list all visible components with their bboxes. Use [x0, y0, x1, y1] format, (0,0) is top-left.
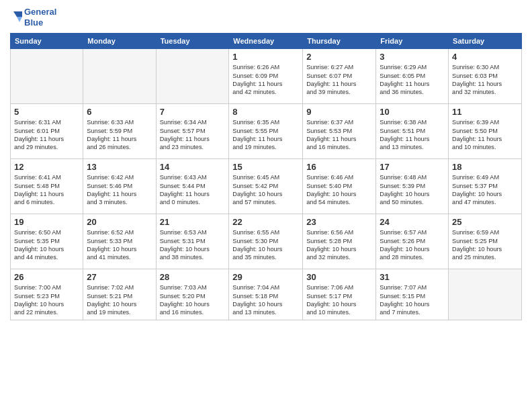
- day-info: Sunrise: 6:49 AM Sunset: 5:37 PM Dayligh…: [452, 173, 518, 207]
- day-info: Sunrise: 6:57 AM Sunset: 5:26 PM Dayligh…: [380, 228, 445, 262]
- calendar-cell: 7Sunrise: 6:34 AM Sunset: 5:57 PM Daylig…: [156, 104, 229, 159]
- calendar-cell: 28Sunrise: 7:03 AM Sunset: 5:20 PM Dayli…: [156, 269, 229, 320]
- day-number: 11: [452, 107, 518, 117]
- calendar-cell: 27Sunrise: 7:02 AM Sunset: 5:21 PM Dayli…: [83, 269, 156, 320]
- day-info: Sunrise: 6:50 AM Sunset: 5:35 PM Dayligh…: [14, 228, 79, 262]
- weekday-header: Sunday: [11, 34, 83, 49]
- calendar-cell: 9Sunrise: 6:37 AM Sunset: 5:53 PM Daylig…: [303, 104, 376, 159]
- calendar-cell: 1Sunrise: 6:26 AM Sunset: 6:09 PM Daylig…: [229, 49, 303, 104]
- day-number: 30: [306, 272, 372, 282]
- calendar-table: SundayMondayTuesdayWednesdayThursdayFrid…: [10, 33, 522, 320]
- day-info: Sunrise: 7:02 AM Sunset: 5:21 PM Dayligh…: [87, 283, 152, 317]
- day-number: 3: [380, 52, 445, 62]
- day-info: Sunrise: 6:41 AM Sunset: 5:48 PM Dayligh…: [14, 173, 79, 207]
- calendar-cell: [83, 49, 156, 104]
- calendar-cell: 17Sunrise: 6:48 AM Sunset: 5:39 PM Dayli…: [376, 159, 449, 214]
- header: General Blue: [10, 7, 522, 28]
- day-info: Sunrise: 6:55 AM Sunset: 5:30 PM Dayligh…: [232, 228, 299, 262]
- logo-bird-icon: [10, 9, 22, 26]
- day-info: Sunrise: 6:26 AM Sunset: 6:09 PM Dayligh…: [232, 63, 299, 97]
- day-number: 20: [87, 217, 152, 227]
- day-info: Sunrise: 6:45 AM Sunset: 5:42 PM Dayligh…: [232, 173, 299, 207]
- day-number: 22: [232, 217, 299, 227]
- calendar-cell: 25Sunrise: 6:59 AM Sunset: 5:25 PM Dayli…: [449, 214, 522, 269]
- weekday-header: Thursday: [303, 34, 376, 49]
- weekday-header: Monday: [83, 34, 156, 49]
- day-info: Sunrise: 7:07 AM Sunset: 5:15 PM Dayligh…: [380, 283, 445, 317]
- day-number: 17: [380, 162, 445, 172]
- day-info: Sunrise: 6:27 AM Sunset: 6:07 PM Dayligh…: [306, 63, 372, 97]
- day-info: Sunrise: 6:29 AM Sunset: 6:05 PM Dayligh…: [380, 63, 445, 97]
- calendar-cell: 10Sunrise: 6:38 AM Sunset: 5:51 PM Dayli…: [376, 104, 449, 159]
- day-number: 2: [306, 52, 372, 62]
- day-number: 21: [160, 217, 226, 227]
- day-info: Sunrise: 6:35 AM Sunset: 5:55 PM Dayligh…: [232, 118, 299, 152]
- day-number: 14: [160, 162, 226, 172]
- day-info: Sunrise: 6:46 AM Sunset: 5:40 PM Dayligh…: [306, 173, 372, 207]
- calendar-cell: 14Sunrise: 6:43 AM Sunset: 5:44 PM Dayli…: [156, 159, 229, 214]
- calendar-cell: 2Sunrise: 6:27 AM Sunset: 6:07 PM Daylig…: [303, 49, 376, 104]
- calendar-cell: 20Sunrise: 6:52 AM Sunset: 5:33 PM Dayli…: [83, 214, 156, 269]
- calendar-cell: 11Sunrise: 6:39 AM Sunset: 5:50 PM Dayli…: [449, 104, 522, 159]
- day-number: 29: [232, 272, 299, 282]
- calendar-cell: 5Sunrise: 6:31 AM Sunset: 6:01 PM Daylig…: [11, 104, 83, 159]
- calendar-cell: [11, 49, 83, 104]
- svg-marker-0: [13, 11, 22, 17]
- day-number: 19: [14, 217, 79, 227]
- day-number: 12: [14, 162, 79, 172]
- day-info: Sunrise: 6:30 AM Sunset: 6:03 PM Dayligh…: [452, 63, 518, 97]
- calendar-cell: 12Sunrise: 6:41 AM Sunset: 5:48 PM Dayli…: [11, 159, 83, 214]
- day-number: 1: [232, 52, 299, 62]
- day-info: Sunrise: 7:06 AM Sunset: 5:17 PM Dayligh…: [306, 283, 372, 317]
- day-info: Sunrise: 6:39 AM Sunset: 5:50 PM Dayligh…: [452, 118, 518, 152]
- day-number: 18: [452, 162, 518, 172]
- day-number: 15: [232, 162, 299, 172]
- day-info: Sunrise: 6:43 AM Sunset: 5:44 PM Dayligh…: [160, 173, 226, 207]
- calendar-cell: [156, 49, 229, 104]
- day-number: 8: [232, 107, 299, 117]
- calendar-week-row: 19Sunrise: 6:50 AM Sunset: 5:35 PM Dayli…: [11, 214, 522, 269]
- day-number: 24: [380, 217, 445, 227]
- calendar-cell: 19Sunrise: 6:50 AM Sunset: 5:35 PM Dayli…: [11, 214, 83, 269]
- calendar-cell: 24Sunrise: 6:57 AM Sunset: 5:26 PM Dayli…: [376, 214, 449, 269]
- calendar-cell: 15Sunrise: 6:45 AM Sunset: 5:42 PM Dayli…: [229, 159, 303, 214]
- day-number: 13: [87, 162, 152, 172]
- logo-wordmark: General Blue: [10, 7, 56, 28]
- day-info: Sunrise: 6:42 AM Sunset: 5:46 PM Dayligh…: [87, 173, 152, 207]
- calendar-cell: 18Sunrise: 6:49 AM Sunset: 5:37 PM Dayli…: [449, 159, 522, 214]
- logo-line2: Blue: [24, 17, 56, 28]
- calendar-cell: 30Sunrise: 7:06 AM Sunset: 5:17 PM Dayli…: [303, 269, 376, 320]
- calendar-cell: 13Sunrise: 6:42 AM Sunset: 5:46 PM Dayli…: [83, 159, 156, 214]
- day-number: 25: [452, 217, 518, 227]
- calendar-week-row: 1Sunrise: 6:26 AM Sunset: 6:09 PM Daylig…: [11, 49, 522, 104]
- day-info: Sunrise: 6:37 AM Sunset: 5:53 PM Dayligh…: [306, 118, 372, 152]
- calendar-week-row: 12Sunrise: 6:41 AM Sunset: 5:48 PM Dayli…: [11, 159, 522, 214]
- day-info: Sunrise: 7:04 AM Sunset: 5:18 PM Dayligh…: [232, 283, 299, 317]
- day-number: 5: [14, 107, 79, 117]
- day-number: 28: [160, 272, 226, 282]
- day-info: Sunrise: 6:34 AM Sunset: 5:57 PM Dayligh…: [160, 118, 226, 152]
- weekday-header: Wednesday: [229, 34, 303, 49]
- calendar-cell: 8Sunrise: 6:35 AM Sunset: 5:55 PM Daylig…: [229, 104, 303, 159]
- weekday-header: Tuesday: [156, 34, 229, 49]
- calendar-cell: 16Sunrise: 6:46 AM Sunset: 5:40 PM Dayli…: [303, 159, 376, 214]
- calendar-cell: 26Sunrise: 7:00 AM Sunset: 5:23 PM Dayli…: [11, 269, 83, 320]
- day-number: 16: [306, 162, 372, 172]
- calendar-cell: 31Sunrise: 7:07 AM Sunset: 5:15 PM Dayli…: [376, 269, 449, 320]
- day-number: 27: [87, 272, 152, 282]
- weekday-header: Saturday: [449, 34, 522, 49]
- calendar-cell: 4Sunrise: 6:30 AM Sunset: 6:03 PM Daylig…: [449, 49, 522, 104]
- day-info: Sunrise: 6:52 AM Sunset: 5:33 PM Dayligh…: [87, 228, 152, 262]
- calendar-cell: 6Sunrise: 6:33 AM Sunset: 5:59 PM Daylig…: [83, 104, 156, 159]
- day-info: Sunrise: 6:38 AM Sunset: 5:51 PM Dayligh…: [380, 118, 445, 152]
- day-number: 9: [306, 107, 372, 117]
- day-info: Sunrise: 7:00 AM Sunset: 5:23 PM Dayligh…: [14, 283, 79, 317]
- logo: General Blue: [10, 7, 56, 28]
- calendar-cell: 3Sunrise: 6:29 AM Sunset: 6:05 PM Daylig…: [376, 49, 449, 104]
- day-number: 31: [380, 272, 445, 282]
- day-number: 10: [380, 107, 445, 117]
- day-info: Sunrise: 6:53 AM Sunset: 5:31 PM Dayligh…: [160, 228, 226, 262]
- page: General Blue SundayMondayTuesdayWednesda…: [0, 0, 532, 411]
- day-number: 23: [306, 217, 372, 227]
- calendar-cell: 22Sunrise: 6:55 AM Sunset: 5:30 PM Dayli…: [229, 214, 303, 269]
